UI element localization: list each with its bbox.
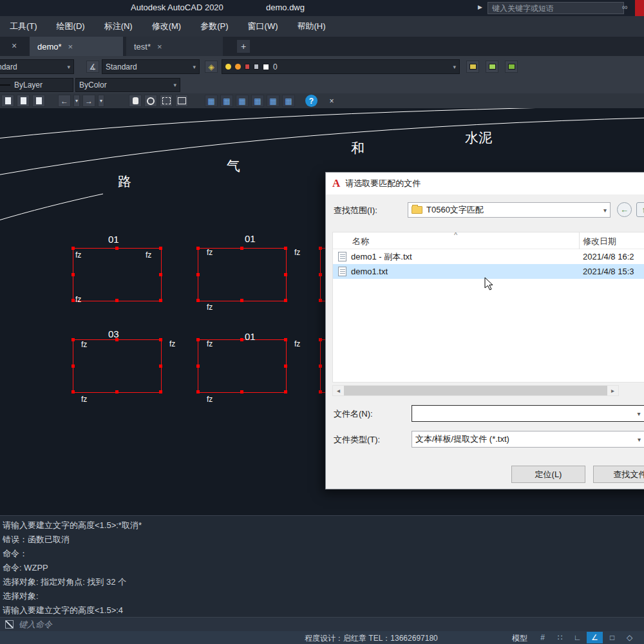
grip[interactable] [71, 273, 75, 276]
command-input-bar[interactable]: 键入命令 [0, 617, 644, 631]
grip[interactable] [196, 299, 200, 302]
command-history[interactable]: 请输入要建立文字的高度<1.5>:*取消* 错误：函数已取消 命令： 命令: W… [0, 515, 644, 617]
layer-states-icon[interactable] [466, 61, 479, 73]
grip[interactable] [319, 390, 322, 393]
viewport-icon-5[interactable]: ▦ [267, 95, 279, 107]
layer-plot-icon[interactable] [254, 64, 259, 70]
grip[interactable] [71, 299, 75, 302]
grip[interactable] [284, 299, 287, 302]
menu-window[interactable]: 窗口(W) [238, 16, 288, 37]
file-name-input[interactable] [412, 406, 634, 421]
up-one-level-button[interactable]: ↑ [636, 202, 644, 217]
zoom-previous-icon[interactable] [175, 95, 188, 107]
menu-parametric[interactable]: 参数(P) [191, 16, 238, 37]
grip[interactable] [319, 338, 322, 341]
file-list[interactable]: 名称 ^ 修改日期 demo1 - 副本.txt 2021/4/8 16:2 d… [332, 232, 644, 383]
grip[interactable] [115, 299, 118, 302]
menu-modify[interactable]: 修改(M) [142, 16, 191, 37]
grip[interactable] [196, 273, 200, 276]
grip[interactable] [71, 365, 75, 368]
grip[interactable] [196, 338, 200, 341]
viewport-icon-4[interactable]: ▦ [251, 95, 264, 107]
file-row[interactable]: demo1 - 副本.txt 2021/4/8 16:2 [333, 249, 644, 264]
scroll-left-icon[interactable]: ◂ [333, 386, 344, 395]
grip[interactable] [159, 390, 162, 393]
ortho-toggle-icon[interactable]: ∟ [569, 632, 585, 643]
locate-button[interactable]: 定位(L) [511, 466, 585, 483]
undo-dropdown-icon[interactable]: ▾ [73, 95, 80, 107]
plot-style-combo[interactable]: ByColor ▾ [75, 78, 180, 92]
new-tab-button[interactable]: + [237, 40, 250, 53]
undo-icon[interactable]: ← [58, 95, 71, 107]
polar-toggle-icon[interactable]: ∠ [587, 632, 603, 643]
grid-toggle-icon[interactable]: # [535, 632, 551, 643]
menu-tools[interactable]: 工具(T) [0, 16, 47, 37]
layer-on-bulb-icon[interactable] [225, 64, 231, 70]
file-name-combo[interactable]: ▾ [412, 405, 644, 422]
viewport-icon-3[interactable]: ▦ [236, 95, 249, 107]
chevron-down-icon[interactable]: ▾ [453, 64, 456, 70]
grip[interactable] [319, 365, 322, 368]
dim-style-combo[interactable]: Standard ▾ [102, 59, 200, 74]
grip[interactable] [71, 390, 75, 393]
tab-test[interactable]: test* × [126, 37, 223, 56]
chevron-down-icon[interactable]: ▾ [634, 410, 644, 417]
grip[interactable] [284, 365, 287, 368]
redo-dropdown-icon[interactable]: ▾ [98, 95, 104, 107]
scroll-right-icon[interactable]: ▸ [607, 386, 618, 395]
snap-toggle-icon[interactable]: ∷ [552, 632, 568, 643]
otrack-toggle-icon[interactable]: ◇ [621, 632, 638, 643]
column-date[interactable]: 修改日期 [583, 236, 616, 247]
layer-properties-icon[interactable]: ◈ [205, 61, 218, 73]
dim-style-icon[interactable]: ∡ [86, 61, 99, 73]
grip[interactable] [240, 299, 243, 302]
file-type-combo[interactable]: 文本/样板/提取文件 (*.txt) ▾ [412, 431, 644, 448]
menu-help[interactable]: 帮助(H) [287, 16, 335, 37]
grip[interactable] [196, 247, 200, 250]
tabbar-close-icon[interactable]: × [12, 41, 17, 51]
match-properties-icon[interactable] [32, 95, 45, 107]
grip[interactable] [159, 299, 162, 302]
model-tab-label[interactable]: 模型 [512, 633, 527, 644]
help-search-input[interactable] [488, 2, 624, 14]
pan-icon[interactable] [129, 95, 142, 107]
search-icon[interactable]: ∞ [622, 3, 628, 12]
grip[interactable] [284, 247, 287, 250]
grip[interactable] [159, 365, 162, 368]
viewport-icon-1[interactable]: ▦ [205, 95, 218, 107]
find-file-button[interactable]: 查找文件 [593, 466, 644, 483]
grip[interactable] [284, 390, 287, 393]
search-collapse-icon[interactable]: ▶ [478, 4, 482, 10]
grip[interactable] [159, 273, 162, 276]
grip[interactable] [319, 299, 322, 302]
color-control-combo[interactable]: ByLayer [0, 78, 73, 92]
menu-dimension[interactable]: 标注(N) [95, 16, 142, 37]
help-icon[interactable]: ? [305, 95, 317, 107]
preview-icon[interactable] [17, 95, 30, 107]
grip[interactable] [240, 247, 243, 250]
toolbar-close-icon[interactable]: × [325, 95, 338, 107]
zoom-realtime-icon[interactable] [144, 95, 157, 107]
zoom-window-icon[interactable] [160, 95, 173, 107]
chevron-down-icon[interactable]: ▾ [193, 64, 196, 70]
tab-demo-close-icon[interactable]: × [68, 42, 73, 52]
grip[interactable] [159, 247, 162, 250]
column-name[interactable]: 名称 [352, 236, 369, 247]
horizontal-scrollbar[interactable]: ◂ ▸ [332, 385, 619, 396]
tab-demo[interactable]: demo* × [30, 37, 123, 56]
viewport-icon-6[interactable]: ▦ [282, 95, 295, 107]
grip[interactable] [319, 273, 322, 276]
chevron-down-icon[interactable]: ▾ [173, 82, 176, 88]
viewport-icon-2[interactable]: ▦ [220, 95, 233, 107]
layer-previous-icon[interactable] [486, 61, 498, 73]
chevron-down-icon[interactable]: ▾ [638, 436, 641, 443]
layer-combo[interactable]: 0 ▾ [222, 59, 460, 74]
grip[interactable] [115, 247, 118, 250]
text-style-combo[interactable]: Standard ▾ [0, 59, 74, 74]
layer-lock-icon[interactable] [245, 64, 250, 70]
grip[interactable] [240, 338, 243, 341]
menu-draw[interactable]: 绘图(D) [47, 16, 95, 37]
scrollbar-thumb[interactable] [344, 386, 607, 395]
chevron-down-icon[interactable]: ▾ [67, 64, 70, 70]
grip[interactable] [115, 390, 118, 393]
